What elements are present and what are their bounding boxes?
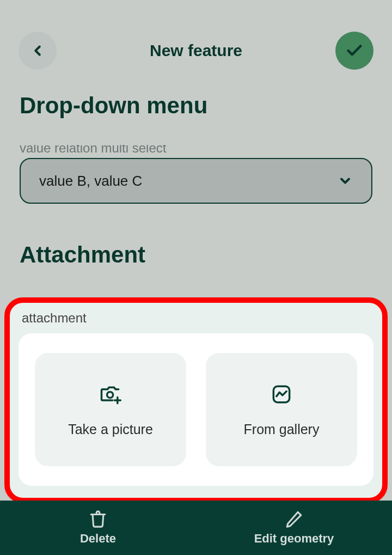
delete-button[interactable]: Delete bbox=[0, 501, 196, 555]
check-icon bbox=[345, 41, 364, 60]
bottom-bar: Delete Edit geometry bbox=[0, 501, 392, 555]
image-trend-icon bbox=[270, 382, 293, 406]
take-picture-button[interactable]: Take a picture bbox=[35, 353, 186, 466]
screen: New feature Drop-down menu value relatio… bbox=[0, 0, 392, 555]
take-picture-label: Take a picture bbox=[68, 422, 153, 437]
attachment-field-label: attachment bbox=[22, 310, 373, 326]
edit-geometry-button[interactable]: Edit geometry bbox=[196, 501, 392, 555]
chevron-down-icon bbox=[338, 173, 353, 188]
header: New feature bbox=[0, 0, 392, 86]
attachment-card: Take a picture From gallery bbox=[19, 333, 373, 486]
camera-plus-icon bbox=[99, 382, 122, 406]
from-gallery-label: From gallery bbox=[244, 422, 320, 437]
back-button[interactable] bbox=[19, 32, 57, 70]
value-relation-dropdown[interactable]: value B, value C bbox=[20, 158, 372, 204]
page-title: New feature bbox=[150, 41, 242, 60]
confirm-button[interactable] bbox=[335, 32, 373, 70]
dropdown-field-label: value relation multi select bbox=[20, 145, 372, 153]
dropdown-value: value B, value C bbox=[39, 173, 142, 190]
attachment-highlight: attachment Take a picture From gallery bbox=[4, 297, 388, 503]
section-title-attachment: Attachment bbox=[20, 242, 372, 268]
chevron-left-icon bbox=[29, 42, 46, 59]
svg-point-0 bbox=[107, 392, 113, 398]
pencil-icon bbox=[285, 510, 303, 528]
trash-icon bbox=[89, 510, 107, 528]
from-gallery-button[interactable]: From gallery bbox=[206, 353, 357, 466]
section-title-dropdown: Drop-down menu bbox=[20, 93, 372, 119]
delete-label: Delete bbox=[80, 532, 116, 546]
edit-geometry-label: Edit geometry bbox=[254, 532, 334, 546]
